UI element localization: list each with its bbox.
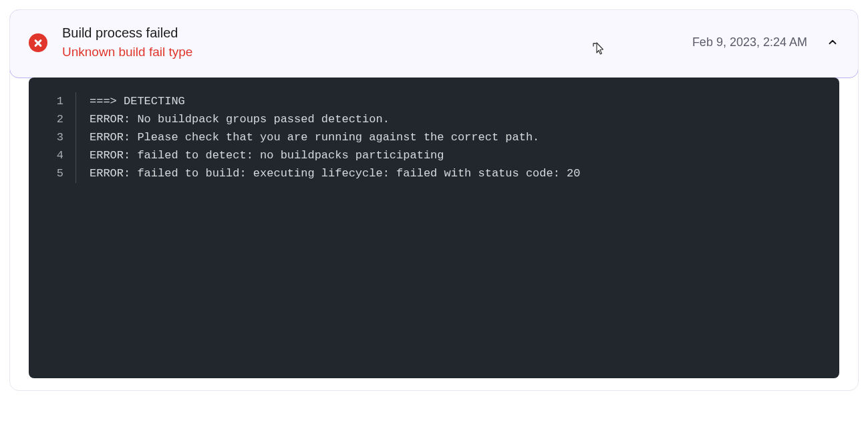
line-content: ===> DETECTING — [76, 92, 185, 110]
line-number: 2 — [29, 110, 76, 128]
build-timestamp: Feb 9, 2023, 2:24 AM — [692, 35, 807, 49]
line-number: 1 — [29, 92, 76, 110]
collapse-toggle[interactable] — [826, 35, 839, 49]
line-number: 5 — [29, 164, 76, 182]
log-line: 4ERROR: failed to detect: no buildpacks … — [29, 146, 839, 164]
chevron-up-icon — [827, 36, 839, 48]
line-content: ERROR: failed to detect: no buildpacks p… — [76, 146, 444, 164]
header-text: Build process failed Unknown build fail … — [62, 23, 692, 61]
build-status-header[interactable]: Build process failed Unknown build fail … — [9, 9, 859, 78]
line-content: ERROR: No buildpack groups passed detect… — [76, 110, 390, 128]
line-number: 4 — [29, 146, 76, 164]
error-icon-container — [29, 33, 47, 52]
error-icon — [29, 33, 47, 52]
build-log-card: Build process failed Unknown build fail … — [9, 9, 859, 391]
line-content: ERROR: Please check that you are running… — [76, 128, 539, 146]
log-line: 2ERROR: No buildpack groups passed detec… — [29, 110, 839, 128]
status-subtitle: Unknown build fail type — [62, 43, 692, 61]
line-number: 3 — [29, 128, 76, 146]
status-title: Build process failed — [62, 23, 692, 42]
log-line: 1===> DETECTING — [29, 92, 839, 110]
line-content: ERROR: failed to build: executing lifecy… — [76, 164, 581, 182]
log-line: 5ERROR: failed to build: executing lifec… — [29, 164, 839, 182]
log-line: 3ERROR: Please check that you are runnin… — [29, 128, 839, 146]
log-output-panel: 1===> DETECTING2ERROR: No buildpack grou… — [29, 78, 839, 378]
